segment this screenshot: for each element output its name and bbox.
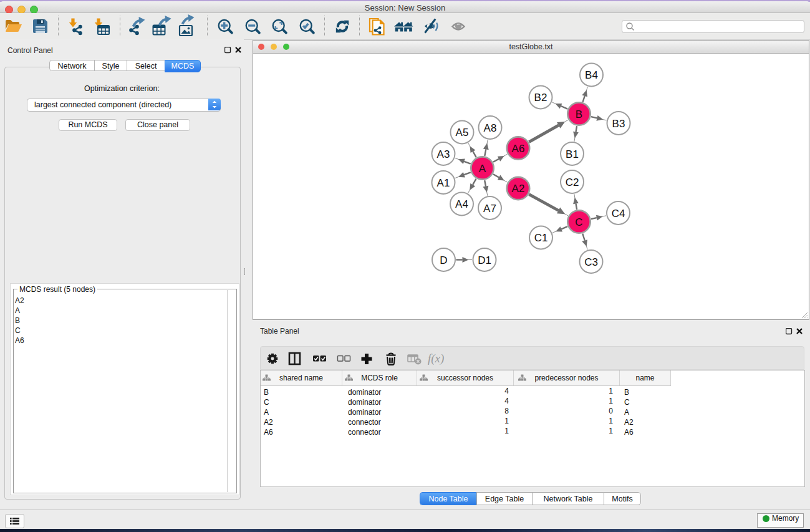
svg-text:B: B	[576, 109, 582, 120]
svg-text:D1: D1	[478, 254, 491, 266]
svg-text:A8: A8	[484, 122, 497, 134]
svg-text:A2: A2	[512, 183, 525, 195]
svg-text:C4: C4	[612, 208, 625, 220]
svg-text:f(x): f(x)	[428, 352, 444, 365]
svg-text:C: C	[575, 216, 582, 228]
svg-text:A7: A7	[483, 203, 496, 215]
svg-text:C1: C1	[534, 232, 548, 244]
svg-text:D: D	[440, 254, 447, 266]
svg-text:A: A	[479, 163, 486, 175]
svg-text:A6: A6	[512, 143, 525, 155]
svg-text:C2: C2	[566, 177, 579, 188]
svg-text:C3: C3	[584, 256, 598, 268]
svg-text:A1: A1	[437, 177, 450, 189]
svg-text:B3: B3	[612, 118, 625, 130]
svg-text:B4: B4	[585, 69, 598, 81]
svg-text:A3: A3	[437, 148, 450, 160]
svg-text:B1: B1	[566, 148, 579, 160]
svg-text:A4: A4	[455, 198, 468, 210]
svg-text:A5: A5	[456, 127, 469, 138]
svg-text:B2: B2	[534, 92, 547, 104]
